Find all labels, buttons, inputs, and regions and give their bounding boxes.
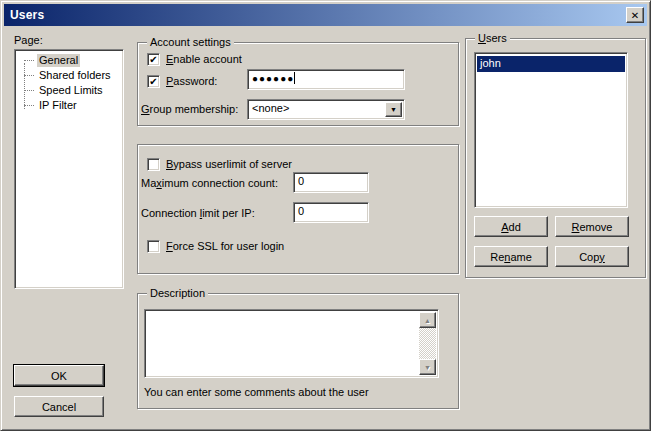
groupbox-description-title: Description: [147, 287, 208, 300]
max-connection-count-input[interactable]: 0: [293, 172, 369, 193]
description-hint: You can enter some comments about the us…: [144, 386, 369, 399]
scroll-up-icon: ▲: [424, 317, 431, 324]
tree-item-shared-folders[interactable]: Shared folders: [17, 67, 121, 82]
window-title: Users: [4, 8, 44, 22]
max-connection-count-label: Maximum connection count:: [141, 177, 278, 190]
page-label: Page:: [14, 34, 43, 47]
groupbox-users-title: Users: [475, 32, 510, 45]
password-label[interactable]: Password:: [166, 75, 217, 88]
user-name: john: [480, 57, 501, 69]
password-masked-value: ●●●●●●: [252, 73, 294, 84]
scroll-up-button[interactable]: ▲: [419, 312, 436, 328]
enable-account-label[interactable]: Enable account: [166, 53, 242, 66]
cancel-button-label: Cancel: [42, 401, 76, 413]
group-membership-select[interactable]: <none> ▼: [247, 99, 405, 120]
check-icon: ✔: [149, 55, 157, 65]
cancel-button[interactable]: Cancel: [14, 396, 104, 417]
group-membership-value: <none>: [252, 102, 289, 114]
bypass-userlimit-label[interactable]: Bypass userlimit of server: [166, 158, 292, 171]
check-icon: ✔: [149, 77, 157, 87]
bypass-userlimit-checkbox[interactable]: [147, 158, 160, 171]
groupbox-account-settings-title: Account settings: [147, 36, 234, 49]
password-input[interactable]: ●●●●●●: [247, 69, 405, 90]
scroll-down-icon: ▼: [424, 364, 431, 371]
titlebar[interactable]: Users ✕: [4, 4, 647, 26]
tree-branch-icon: [24, 98, 34, 106]
page-tree: General Shared folders Speed Limits IP F…: [14, 49, 124, 289]
tree-branch-icon: [24, 83, 34, 91]
tree-item-label: General: [37, 54, 80, 67]
connection-limit-per-ip-input[interactable]: 0: [293, 202, 369, 223]
tree-item-label: Speed Limits: [37, 84, 105, 97]
users-list-viewport: john: [477, 55, 625, 205]
user-list-item[interactable]: john: [477, 56, 625, 72]
add-button[interactable]: Add: [474, 216, 548, 237]
close-button[interactable]: ✕: [626, 7, 644, 23]
rename-button[interactable]: Rename: [474, 246, 548, 267]
connection-limit-per-ip-value: 0: [298, 205, 304, 217]
enable-account-checkbox[interactable]: ✔: [147, 53, 160, 66]
copy-button-label: Copy: [579, 251, 605, 263]
tree-item-speed-limits[interactable]: Speed Limits: [17, 82, 121, 97]
copy-button[interactable]: Copy: [555, 246, 629, 267]
page-tree-viewport: General Shared folders Speed Limits IP F…: [17, 52, 121, 286]
tree-item-general[interactable]: General: [17, 52, 121, 67]
add-button-label: Add: [501, 221, 521, 233]
password-checkbox[interactable]: ✔: [147, 75, 160, 88]
tree-branch-icon: [24, 68, 34, 76]
scroll-down-button[interactable]: ▼: [419, 359, 436, 375]
ok-button[interactable]: OK: [14, 365, 104, 386]
users-list: john: [474, 52, 628, 208]
scroll-track[interactable]: [419, 328, 436, 359]
tree-item-label: Shared folders: [37, 69, 113, 82]
close-icon: ✕: [631, 10, 639, 21]
tree-item-ip-filter[interactable]: IP Filter: [17, 97, 121, 112]
description-textarea[interactable]: ▲ ▼: [144, 309, 439, 378]
users-dialog: Users ✕ Page: General Shared folders Spe…: [0, 0, 651, 431]
connection-limit-per-ip-label: Connection limit per IP:: [141, 207, 255, 220]
description-scrollbar: ▲ ▼: [419, 312, 436, 375]
remove-button-label: Remove: [572, 221, 613, 233]
tree-item-label: IP Filter: [37, 99, 79, 112]
dropdown-arrow-button[interactable]: ▼: [385, 102, 402, 117]
force-ssl-checkbox[interactable]: [147, 240, 160, 253]
remove-button[interactable]: Remove: [555, 216, 629, 237]
force-ssl-label[interactable]: Force SSL for user login: [166, 240, 284, 253]
text-cursor: [294, 72, 295, 84]
group-membership-label: Group membership:: [141, 103, 238, 116]
rename-button-label: Rename: [490, 251, 532, 263]
ok-button-label: OK: [51, 370, 67, 382]
tree-branch-icon: [24, 53, 34, 61]
chevron-down-icon: ▼: [390, 101, 397, 118]
max-connection-count-value: 0: [298, 175, 304, 187]
